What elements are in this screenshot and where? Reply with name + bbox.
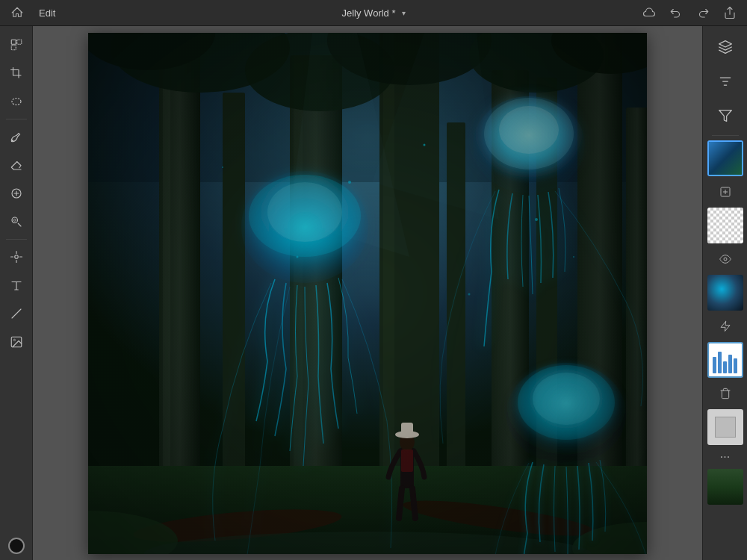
right-panel: ··· bbox=[702, 26, 747, 560]
edit-menu-button[interactable]: Edit bbox=[34, 6, 60, 20]
transform-tool-button[interactable] bbox=[4, 244, 29, 270]
eraser-tool-button[interactable] bbox=[4, 152, 29, 178]
undo-button[interactable] bbox=[668, 4, 684, 21]
svg-point-10 bbox=[13, 339, 15, 340]
right-panel-divider-1 bbox=[712, 135, 739, 136]
layer-thumb-5[interactable] bbox=[707, 409, 743, 445]
svg-point-65 bbox=[724, 258, 727, 261]
title-dropdown-arrow[interactable]: ▾ bbox=[402, 9, 406, 17]
brush-tool-button[interactable] bbox=[4, 124, 29, 149]
crop-tool-button[interactable] bbox=[4, 60, 29, 86]
more-options-button[interactable]: ··· bbox=[710, 449, 740, 464]
filters-panel-button[interactable] bbox=[710, 101, 740, 131]
cloud-save-button[interactable] bbox=[641, 4, 657, 21]
top-bar: Edit Jelly World * ▾ bbox=[0, 0, 747, 26]
shape-layer-thumbnail bbox=[707, 409, 743, 445]
delete-layer-button[interactable] bbox=[710, 382, 740, 405]
svg-rect-1 bbox=[11, 46, 16, 50]
document-title: Jelly World * bbox=[341, 7, 395, 19]
canvas-container bbox=[88, 33, 647, 554]
redo-button[interactable] bbox=[695, 4, 711, 21]
left-toolbar bbox=[0, 26, 33, 560]
home-button[interactable] bbox=[9, 4, 25, 21]
shape-preview bbox=[715, 417, 736, 438]
svg-point-7 bbox=[13, 219, 16, 221]
add-layer-button[interactable] bbox=[710, 181, 740, 203]
share-button[interactable] bbox=[722, 4, 738, 21]
line-tool-button[interactable] bbox=[4, 301, 29, 326]
layer-thumb-1[interactable] bbox=[707, 140, 743, 176]
top-bar-left: Edit bbox=[9, 4, 60, 21]
layer-thumb-6[interactable] bbox=[707, 469, 743, 505]
move-tool-button[interactable] bbox=[4, 32, 29, 57]
chart-bar-1 bbox=[713, 357, 716, 373]
layer-thumb-4[interactable] bbox=[707, 342, 743, 378]
toolbar-divider-2 bbox=[6, 239, 27, 240]
svg-rect-63 bbox=[88, 33, 647, 554]
layer-effects-button[interactable] bbox=[710, 315, 740, 337]
healing-tool-button[interactable] bbox=[4, 181, 29, 206]
main-area: ··· bbox=[0, 26, 747, 560]
layers-panel-button[interactable] bbox=[710, 32, 740, 62]
layer-visibility-button[interactable] bbox=[710, 248, 740, 270]
adjustments-panel-button[interactable] bbox=[710, 66, 740, 96]
svg-point-8 bbox=[14, 255, 18, 259]
chart-bar-3 bbox=[723, 361, 727, 373]
top-bar-center: Jelly World * ▾ bbox=[341, 7, 405, 19]
svg-point-3 bbox=[12, 99, 21, 105]
clone-stamp-button[interactable] bbox=[4, 209, 29, 234]
svg-rect-0 bbox=[11, 40, 16, 44]
svg-rect-2 bbox=[16, 40, 21, 44]
toolbar-divider-1 bbox=[6, 119, 27, 119]
canvas-image[interactable] bbox=[88, 33, 647, 554]
chart-bar-4 bbox=[728, 355, 732, 373]
lasso-tool-button[interactable] bbox=[4, 89, 29, 114]
layer-thumb-3[interactable] bbox=[707, 275, 743, 311]
svg-point-6 bbox=[12, 217, 18, 223]
chart-bar-5 bbox=[734, 358, 737, 373]
svg-point-4 bbox=[11, 140, 13, 142]
canvas-area bbox=[33, 26, 702, 560]
top-bar-right bbox=[641, 4, 738, 21]
chart-layer-thumbnail bbox=[709, 343, 742, 376]
foreground-color-swatch[interactable] bbox=[8, 538, 25, 554]
layer-thumb-2[interactable] bbox=[707, 208, 743, 243]
chart-bar-2 bbox=[718, 352, 722, 373]
text-tool-button[interactable] bbox=[4, 273, 29, 298]
image-tool-button[interactable] bbox=[4, 329, 29, 355]
